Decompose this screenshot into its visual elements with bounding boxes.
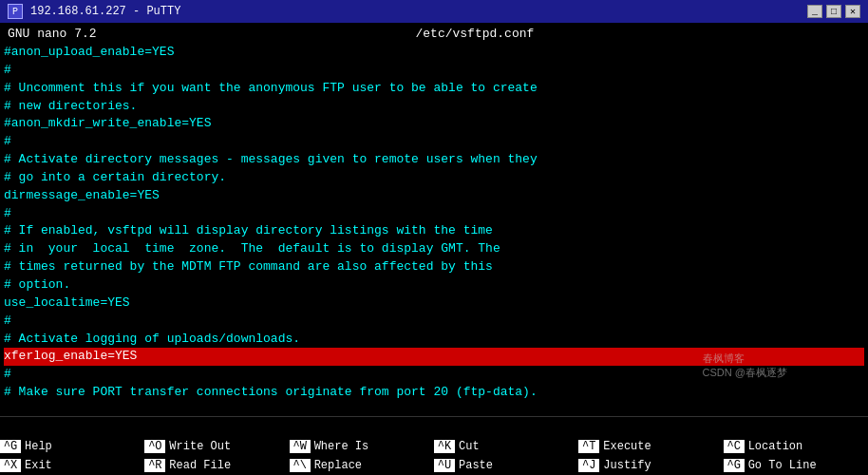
shortcut-label: Write Out — [169, 440, 231, 453]
terminal-line: # new directories. — [4, 98, 864, 116]
shortcut-label: Exit — [25, 459, 52, 472]
window-controls[interactable]: _ □ ✕ — [807, 5, 860, 18]
shortcut-key: ^G — [724, 459, 745, 472]
close-button[interactable]: ✕ — [845, 5, 860, 18]
shortcut-key: ^G — [0, 440, 21, 453]
shortcut-item[interactable]: ^\Replace — [290, 456, 434, 475]
terminal-line: # — [4, 133, 864, 151]
shortcut-label: Go To Line — [748, 459, 817, 472]
shortcut-label: Help — [25, 440, 52, 453]
shortcut-key: ^W — [290, 440, 311, 453]
terminal-line: # times returned by the MDTM FTP command… — [4, 258, 864, 276]
shortcut-item[interactable]: ^TExecute — [578, 437, 723, 456]
shortcut-key: ^K — [434, 440, 455, 453]
terminal-line: #anon_upload_enable=YES — [4, 44, 864, 62]
nano-footer — [0, 416, 868, 437]
nano-header: GNU nano 7.2 /etc/vsftpd.conf — [0, 23, 868, 44]
shortcut-label: Location — [748, 440, 803, 453]
terminal-line: # — [4, 205, 864, 223]
terminal-line: # go into a certain directory. — [4, 169, 864, 187]
shortcut-item[interactable]: ^XExit — [0, 456, 144, 475]
shortcut-label: Replace — [314, 459, 362, 472]
file-path: /etc/vsftpd.conf — [415, 27, 534, 41]
terminal-line: # — [4, 313, 864, 331]
shortcut-item[interactable]: ^UPaste — [434, 456, 578, 475]
shortcut-item[interactable]: ^OWrite Out — [144, 437, 289, 456]
terminal-line: # in your local time zone. The default i… — [4, 240, 864, 258]
shortcut-key: ^J — [578, 459, 599, 472]
shortcut-key: ^T — [578, 440, 599, 453]
shortcut-label: Cut — [459, 440, 480, 453]
shortcut-key: ^U — [434, 459, 455, 472]
shortcut-key: ^X — [0, 459, 21, 472]
shortcut-item[interactable]: ^WWhere Is — [290, 437, 434, 456]
title-bar: P 192.168.61.227 - PuTTY _ □ ✕ — [0, 0, 868, 23]
shortcut-label: Execute — [603, 440, 651, 453]
shortcut-key: ^\ — [290, 459, 311, 472]
terminal-line: # — [4, 62, 864, 80]
shortcut-label: Where Is — [314, 440, 369, 453]
shortcut-label: Paste — [459, 459, 493, 472]
window-title: 192.168.61.227 - PuTTY — [30, 5, 180, 18]
putty-icon: P — [8, 4, 23, 19]
terminal-line: # Uncomment this if you want the anonymo… — [4, 80, 864, 98]
shortcut-item[interactable]: ^JJustify — [578, 456, 723, 475]
shortcut-key: ^O — [144, 440, 165, 453]
terminal-line: # Make sure PORT transfer connections or… — [4, 384, 864, 402]
terminal-line: # Activate directory messages - messages… — [4, 151, 864, 169]
terminal-line: # option. — [4, 276, 864, 294]
watermark: 春枫博客 CSDN @春枫逐梦 — [703, 352, 787, 380]
terminal-line: #anon_mkdir_write_enable=YES — [4, 115, 864, 133]
minimize-button[interactable]: _ — [807, 5, 822, 18]
terminal-line: # If enabled, vsftpd will display direct… — [4, 222, 864, 240]
shortcut-item[interactable]: ^CLocation — [724, 437, 868, 456]
title-bar-left: P 192.168.61.227 - PuTTY — [8, 4, 180, 19]
shortcut-label: Justify — [603, 459, 651, 472]
nano-header-right — [853, 27, 860, 41]
shortcut-item[interactable]: ^GGo To Line — [724, 456, 868, 475]
maximize-button[interactable]: □ — [826, 5, 841, 18]
shortcut-key: ^C — [724, 440, 745, 453]
terminal-line: use_localtime=YES — [4, 294, 864, 313]
shortcut-key: ^R — [144, 459, 165, 472]
terminal-line: dirmessage_enable=YES — [4, 187, 864, 205]
shortcut-bar: ^GHelp^OWrite Out^WWhere Is^KCut^TExecut… — [0, 437, 868, 475]
terminal-line: # Activate logging of uploads/downloads. — [4, 331, 864, 349]
shortcut-item[interactable]: ^KCut — [434, 437, 578, 456]
shortcut-item[interactable]: ^RRead File — [144, 456, 289, 475]
shortcut-item[interactable]: ^GHelp — [0, 437, 144, 456]
nano-version: GNU nano 7.2 — [8, 27, 97, 41]
shortcut-label: Read File — [169, 459, 231, 472]
